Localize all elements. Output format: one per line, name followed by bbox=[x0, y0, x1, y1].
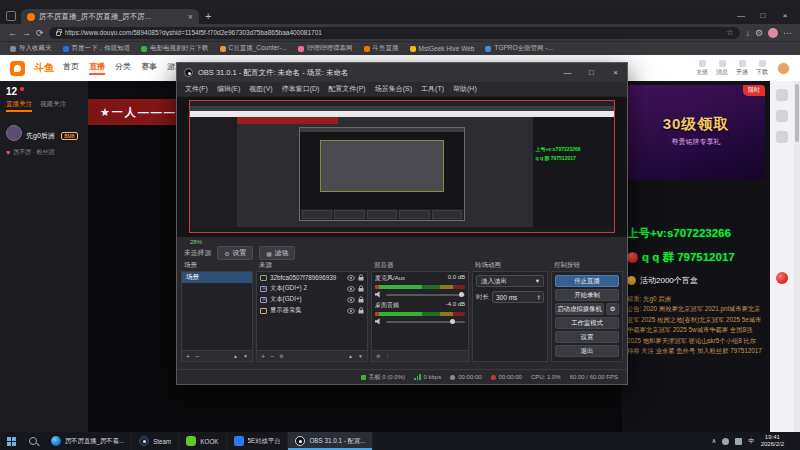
taskbar-search-button[interactable] bbox=[22, 432, 44, 450]
source-down-icon[interactable]: ▼ bbox=[358, 354, 363, 359]
menu-help[interactable]: 帮助(H) bbox=[449, 83, 481, 95]
ime-indicator[interactable]: 中 bbox=[748, 437, 755, 446]
source-filters-button[interactable]: ▦滤镜 bbox=[259, 246, 295, 260]
start-recording-button[interactable]: 开始录制 bbox=[555, 289, 619, 301]
nav-item-category[interactable]: 分类 bbox=[115, 61, 131, 75]
speaker-icon[interactable] bbox=[375, 291, 383, 298]
sources-dock-title[interactable]: 来源 bbox=[256, 260, 368, 271]
exit-button[interactable]: 退出 bbox=[555, 345, 619, 357]
douyu-logo-text[interactable]: 斗鱼 bbox=[34, 61, 54, 75]
menu-profile[interactable]: 配置文件(P) bbox=[324, 83, 369, 95]
tab-actions-icon[interactable] bbox=[6, 11, 16, 21]
source-row[interactable]: 显示器采集 bbox=[257, 305, 367, 316]
scrollbar-thumb[interactable] bbox=[795, 84, 799, 142]
activity-icon[interactable] bbox=[776, 272, 788, 284]
forward-icon[interactable]: → bbox=[22, 28, 31, 38]
obs-preview-area[interactable]: 上号+v:s707223266 q q 群 797512017 bbox=[177, 97, 627, 237]
mixer-settings-icon[interactable]: ⚙ bbox=[376, 354, 380, 359]
downloads-icon[interactable]: ↓ bbox=[745, 28, 750, 38]
blindbox-activity[interactable]: 活动2000个盲盒 bbox=[627, 275, 765, 286]
tab-video-follow[interactable]: 视频关注 bbox=[40, 100, 66, 112]
lock-icon[interactable] bbox=[358, 307, 364, 314]
taskbar-item-obs[interactable]: OBS 31.0.1 - 配置... bbox=[288, 432, 373, 450]
bookmark-item[interactable]: 百度一下，你就知道 bbox=[63, 44, 131, 53]
bookmark-item[interactable]: 导入收藏夹 bbox=[10, 44, 52, 53]
obs-minimize-button[interactable]: — bbox=[558, 68, 577, 77]
start-button[interactable] bbox=[0, 432, 22, 450]
fan-club-row[interactable]: ♥ 厉不厉 · 粉丝团 bbox=[6, 148, 82, 157]
nav-item-home[interactable]: 首页 bbox=[63, 61, 79, 75]
address-bar[interactable]: https://www.douyu.com/5894085?dyshid=115… bbox=[49, 27, 741, 39]
lock-icon[interactable] bbox=[358, 274, 364, 281]
remove-source-icon[interactable]: − bbox=[270, 353, 274, 360]
visibility-eye-icon[interactable] bbox=[347, 308, 355, 314]
obs-close-button[interactable]: × bbox=[606, 68, 625, 77]
speaker-icon[interactable] bbox=[375, 318, 383, 325]
menu-download[interactable]: 下载 bbox=[756, 60, 768, 77]
studio-mode-button[interactable]: 工作室模式 bbox=[555, 317, 619, 329]
visibility-eye-icon[interactable] bbox=[347, 286, 355, 292]
transition-select[interactable]: 淡入淡出 ▾ bbox=[476, 275, 544, 287]
scene-item-selected[interactable]: 场景 bbox=[182, 272, 252, 283]
menu-messages[interactable]: 消息 bbox=[716, 60, 728, 77]
obs-title-bar[interactable]: OBS 31.0.1 - 配置文件: 未命名 - 场景: 未命名 — □ × bbox=[177, 63, 627, 82]
browser-minimize-button[interactable]: — bbox=[730, 11, 752, 24]
lock-icon[interactable] bbox=[358, 285, 364, 292]
refresh-icon[interactable]: ⟳ bbox=[36, 28, 44, 38]
promo-banner[interactable]: 限时 30级领取 尊贵铭牌专享礼 bbox=[627, 85, 765, 180]
volume-slider[interactable] bbox=[386, 294, 465, 296]
scene-down-icon[interactable]: ▼ bbox=[243, 354, 248, 359]
menu-broadcast[interactable]: 开播 bbox=[736, 60, 748, 77]
lock-icon[interactable] bbox=[358, 296, 364, 303]
browser-tab[interactable]: 厉不厉直播_厉不厉直播_厉不厉... × bbox=[21, 9, 199, 24]
obs-maximize-button[interactable]: □ bbox=[582, 68, 601, 77]
network-icon[interactable] bbox=[722, 438, 729, 445]
taskbar-item-kook[interactable]: KOOK bbox=[179, 432, 226, 450]
volume-icon[interactable] bbox=[735, 438, 742, 445]
nav-item-live[interactable]: 直播 bbox=[89, 61, 105, 75]
tray-expand-icon[interactable]: ∧ bbox=[711, 437, 716, 445]
douyu-logo-icon[interactable] bbox=[10, 61, 25, 76]
nav-item-esports[interactable]: 赛事 bbox=[141, 61, 157, 75]
menu-scene-collection[interactable]: 场景集合(S) bbox=[371, 83, 416, 95]
bookmark-item[interactable]: TGPRO全能管网 -... bbox=[485, 44, 553, 53]
taskbar-item-steam[interactable]: Steam bbox=[132, 432, 179, 450]
source-properties-button[interactable]: ⚙设置 bbox=[217, 246, 253, 260]
source-row[interactable]: 文本(GDI+) bbox=[257, 294, 367, 305]
virtual-camera-button[interactable]: 启动虚拟摄像机 bbox=[555, 303, 604, 315]
virtual-camera-settings-icon[interactable]: ⚙ bbox=[606, 303, 619, 315]
source-row[interactable]: 文本(GDI+) 2 bbox=[257, 283, 367, 294]
remove-scene-icon[interactable]: − bbox=[195, 353, 199, 360]
bookmark-item[interactable]: MstGeek Hive Web bbox=[410, 45, 475, 52]
browser-menu-icon[interactable]: ⋯ bbox=[783, 28, 792, 38]
volume-slider[interactable] bbox=[386, 321, 465, 323]
menu-tools[interactable]: 工具(T) bbox=[417, 83, 448, 95]
visibility-eye-icon[interactable] bbox=[347, 275, 355, 281]
new-tab-button[interactable]: + bbox=[205, 10, 211, 22]
stop-streaming-button[interactable]: 停止直播 bbox=[555, 275, 619, 287]
user-avatar[interactable] bbox=[777, 62, 790, 75]
add-scene-icon[interactable]: + bbox=[186, 353, 190, 360]
bookmark-item[interactable]: C豆直播_Counter-... bbox=[220, 44, 288, 53]
followed-streamer[interactable]: 先g0后洲 BM8 bbox=[6, 124, 82, 142]
duration-stepper[interactable]: 300 ms ▴▾ bbox=[492, 291, 544, 303]
menu-recharge[interactable]: 充值 bbox=[696, 60, 708, 77]
feedback-icon[interactable] bbox=[776, 131, 788, 143]
recharge-shortcut-icon[interactable] bbox=[776, 110, 788, 122]
tab-close-icon[interactable]: × bbox=[188, 12, 193, 22]
browser-profile-avatar[interactable] bbox=[768, 28, 778, 38]
add-source-icon[interactable]: + bbox=[261, 353, 265, 360]
controls-dock-title[interactable]: 控制按钮 bbox=[551, 260, 623, 271]
browser-maximize-button[interactable]: □ bbox=[752, 11, 774, 24]
browser-close-button[interactable]: × bbox=[774, 11, 796, 24]
taskbar-item-5e[interactable]: 5E对战平台 bbox=[227, 432, 289, 450]
back-icon[interactable]: ← bbox=[8, 28, 17, 38]
taskbar-item-edge[interactable]: 厉不厉直播_厉不着... bbox=[44, 432, 132, 450]
stepper-arrows-icon[interactable]: ▴▾ bbox=[537, 294, 540, 300]
source-up-icon[interactable]: ▲ bbox=[348, 354, 353, 359]
tab-live-follow[interactable]: 直播关注 bbox=[6, 100, 32, 112]
menu-docks[interactable]: 停靠窗口(D) bbox=[278, 83, 324, 95]
bookmark-item[interactable]: 斗鱼直播 bbox=[364, 44, 399, 53]
taskbar-clock[interactable]: 19:41 2026/2/2 bbox=[761, 434, 784, 449]
mixer-dock-title[interactable]: 混音器 bbox=[371, 260, 469, 271]
